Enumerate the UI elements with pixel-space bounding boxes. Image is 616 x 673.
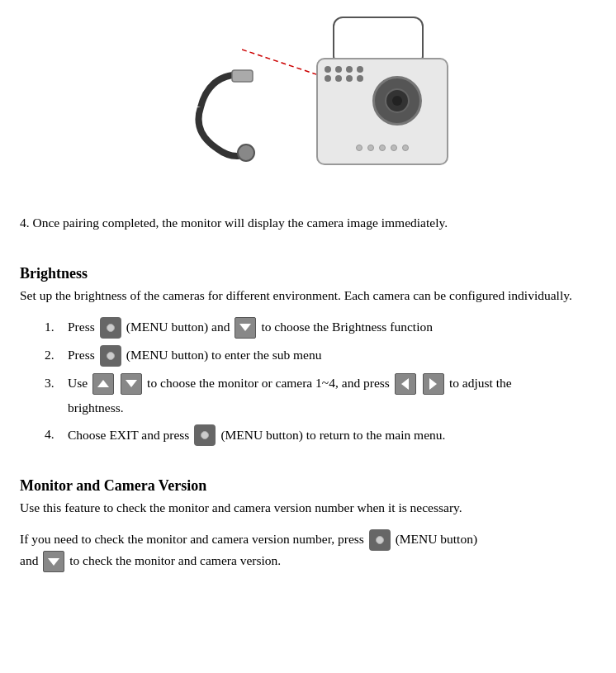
menu-button-icon-4 [194, 424, 216, 446]
step3-adjust-label: to adjust the [449, 373, 512, 394]
brightness-step-1: 1. Press (MENU button) and to choose the… [45, 317, 596, 339]
step-num-2: 2. [45, 345, 68, 364]
camera-illustration-section [20, 8, 596, 198]
step4-choose-exit: Choose EXIT and press [68, 425, 189, 446]
camera-body [316, 58, 448, 165]
step2-press: Press [68, 345, 95, 366]
brightness-description: Set up the brightness of the cameras for… [20, 286, 596, 305]
step4-return-label: (MENU button) to return to the main menu… [220, 425, 445, 446]
monitor-version-section: Monitor and Camera Version Use this feat… [20, 477, 596, 572]
monitor-final-text-1: If you need to check the monitor and cam… [20, 532, 364, 546]
step-1-content: Press (MENU button) and to choose the Br… [68, 317, 433, 339]
step1-press: Press [68, 317, 95, 338]
step3-brightness-word: brightness. [68, 398, 571, 419]
step-2-content: Press (MENU button) to enter the sub men… [68, 345, 322, 367]
monitor-version-title: Monitor and Camera Version [20, 477, 596, 495]
menu-button-icon-final [369, 529, 391, 551]
svg-point-1 [238, 145, 254, 161]
cable-mount [192, 66, 291, 165]
svg-rect-2 [232, 70, 253, 82]
right-arrow-icon [423, 373, 444, 395]
brightness-step-3: 3. Use to choose the monitor or camera 1… [45, 373, 596, 419]
down-arrow-icon-final [43, 551, 64, 572]
menu-button-icon-1 [100, 317, 121, 339]
monitor-version-description: Use this feature to check the monitor an… [20, 498, 596, 517]
monitor-final-text-4: and [20, 553, 38, 567]
brightness-section: Brightness Set up the brightness of the … [20, 265, 596, 446]
brightness-step-2: 2. Press (MENU button) to enter the sub … [45, 345, 596, 367]
brightness-title: Brightness [20, 265, 596, 282]
step1-menu-label: (MENU button) and [126, 317, 230, 338]
monitor-final-text-6: to check the monitor and camera version. [69, 553, 281, 567]
camera-illustration [143, 17, 473, 198]
brightness-steps: 1. Press (MENU button) and to choose the… [45, 317, 596, 447]
monitor-final-paragraph: If you need to check the monitor and cam… [20, 529, 596, 573]
step3-choose-label: to choose the monitor or camera 1~4, and… [147, 373, 390, 394]
camera-lens [372, 76, 422, 126]
left-arrow-icon [395, 373, 416, 395]
up-arrow-icon [92, 373, 114, 395]
step3-use: Use [68, 373, 88, 394]
step-3-content: Use to choose the monitor or camera 1~4,… [68, 373, 571, 419]
monitor-final-text-3: (MENU button) [396, 532, 477, 546]
down-arrow-icon-3 [121, 373, 142, 395]
brightness-step-4: 4. Choose EXIT and press (MENU button) t… [45, 424, 596, 446]
step-num-1: 1. [45, 317, 68, 336]
step-4-content: Choose EXIT and press (MENU button) to r… [68, 424, 445, 446]
down-arrow-icon-1 [235, 317, 256, 339]
menu-button-icon-2 [100, 345, 121, 367]
step4-text: 4. Once pairing completed, the monitor w… [20, 213, 596, 232]
step-num-3: 3. [45, 373, 68, 392]
step2-submenu-label: (MENU button) to enter the sub menu [126, 345, 322, 366]
step1-brightness-label: to choose the Brightness function [261, 317, 433, 338]
step-num-4: 4. [45, 424, 68, 443]
